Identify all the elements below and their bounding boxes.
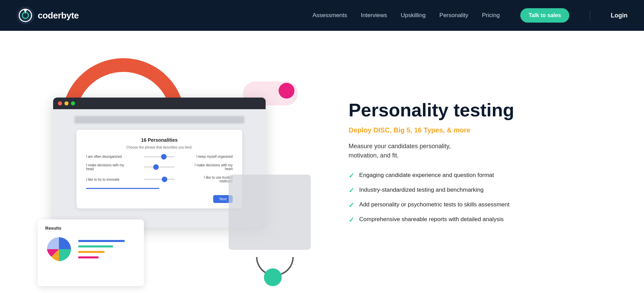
quiz-row-2: I make decisions with my head I make dec… [86,163,233,171]
logo-icon [16,7,34,24]
browser-user-bar [74,116,244,124]
feature-text-4: Comprehensive shareable reports with det… [359,215,503,224]
quiz-title: 16 Personalities [86,137,233,143]
pink-dot-decoration [279,83,294,99]
hero-title: Personality testing [349,100,620,120]
quiz-row-3-left: I like to try to innovate [86,178,127,181]
teal-circle-decoration [264,268,282,286]
feature-text-1: Engaging candidate experience and questi… [359,171,494,179]
quiz-row-3: I like to try to innovate I like to use … [86,176,233,183]
slider-track-1 [144,156,175,157]
hero-content: Personality testing Deploy DISC, Big 5, … [335,79,644,244]
feature-text-3: Add personality or psychometric tests to… [359,201,509,209]
nav-links: Assessments Interviews Upskilling Person… [313,8,628,23]
browser-topbar [53,98,266,109]
nav-assessments[interactable]: Assessments [313,12,347,19]
quiz-slider-3[interactable] [127,179,192,180]
login-link[interactable]: Login [611,12,628,19]
slider-track-3 [144,179,175,180]
result-bar-blue [78,240,125,242]
result-bar-row-3 [78,251,136,253]
browser-dot-green [71,101,75,105]
hero-illustration: 16 Personalities Choose the phrase that … [0,31,335,293]
quiz-slider-1[interactable] [127,156,192,157]
browser-dot-yellow [64,101,69,105]
nav-pricing[interactable]: Pricing [482,12,500,19]
result-bar-green [78,245,113,247]
check-icon-1: ✓ [349,171,354,180]
quiz-slider-2[interactable] [127,166,192,168]
feature-item-4: ✓ Comprehensive shareable reports with d… [349,215,620,224]
nav-personality[interactable]: Personality [439,12,468,19]
results-card: Results [38,219,144,286]
results-title: Results [45,226,136,231]
browser-dot-red [58,101,62,105]
result-bar-row-1 [78,240,136,242]
feature-text-2: Industry-standardized testing and benchm… [359,186,484,194]
nav-divider [590,10,590,21]
quiz-row-1-left: I am often disorganized [86,155,127,158]
quiz-row-1-right: I keep myself organized [192,155,233,158]
check-icon-3: ✓ [349,201,354,209]
quiz-subtitle: Choose the phrase that describes you bes… [86,145,233,149]
feature-item-3: ✓ Add personality or psychometric tests … [349,201,620,209]
quiz-progress-bar [86,188,159,189]
quiz-row-3-right: I like to use trusted methods [192,176,233,183]
results-body [45,235,136,263]
talk-to-sales-button[interactable]: Talk to sales [520,8,569,23]
svg-point-3 [24,9,27,12]
slider-track-2 [144,166,175,168]
nav-interviews[interactable]: Interviews [361,12,387,19]
slider-handle-3 [162,177,167,182]
feature-item-2: ✓ Industry-standardized testing and benc… [349,186,620,194]
hero-section: 16 Personalities Choose the phrase that … [0,31,644,293]
check-icon-4: ✓ [349,216,354,224]
feature-item-1: ✓ Engaging candidate experience and ques… [349,171,620,180]
result-bar-orange [78,251,105,253]
quiz-row-1: I am often disorganized I keep myself or… [86,155,233,158]
pie-chart [45,235,73,263]
logo-text: coderbyte [38,10,79,21]
quiz-row-2-left: I make decisions with my head [86,163,127,171]
logo[interactable]: coderbyte [16,7,79,24]
results-bars [78,240,136,258]
nav-upskilling[interactable]: Upskilling [401,12,426,19]
hero-subtitle: Deploy DISC, Big 5, 16 Types, & more [349,126,620,134]
check-icon-2: ✓ [349,186,354,194]
navbar: coderbyte Assessments Interviews Upskill… [0,0,644,31]
hero-description: Measure your candidates personality,moti… [349,142,620,160]
quiz-row-2-right: I make decisions with my heart [192,163,233,171]
slider-handle-1 [161,154,167,160]
result-bar-row-2 [78,245,136,247]
overlay-gray-decoration [229,175,311,250]
slider-handle-2 [153,164,159,170]
result-bar-row-4 [78,256,136,258]
quiz-card: 16 Personalities Choose the phrase that … [76,130,242,208]
result-bar-pink [78,256,99,258]
feature-list: ✓ Engaging candidate experience and ques… [349,171,620,224]
